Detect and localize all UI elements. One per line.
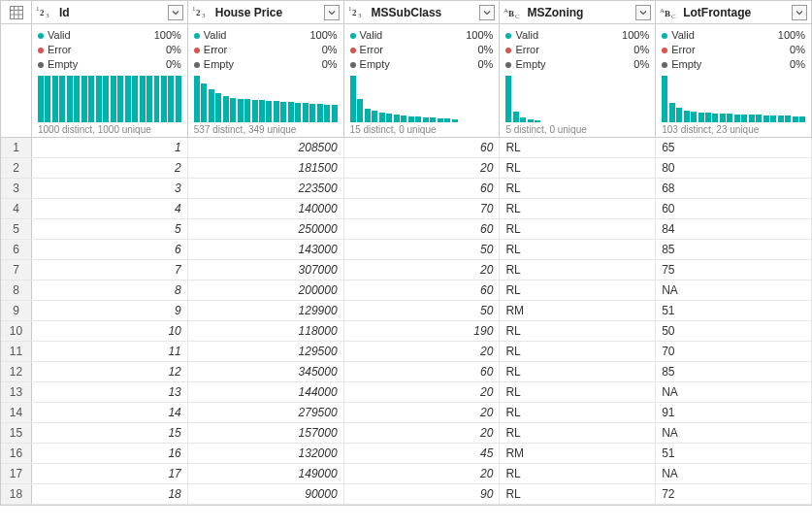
cell[interactable]: RM <box>500 301 656 320</box>
cell[interactable]: 157000 <box>188 423 344 443</box>
cell[interactable]: 250000 <box>188 219 344 239</box>
table-row[interactable]: 1120850060RL65 <box>1 138 812 158</box>
row-number[interactable]: 17 <box>1 464 32 483</box>
cell[interactable]: NA <box>656 280 812 300</box>
cell[interactable]: RL <box>500 484 656 504</box>
row-number[interactable]: 2 <box>1 158 32 178</box>
cell[interactable]: NA <box>656 382 812 402</box>
cell[interactable]: 90000 <box>188 484 344 504</box>
cell[interactable]: 60 <box>344 179 501 198</box>
cell[interactable]: 72 <box>656 484 812 504</box>
column-filter-button[interactable] <box>168 5 183 20</box>
cell[interactable]: 70 <box>656 342 812 361</box>
cell[interactable]: RL <box>500 138 656 157</box>
cell[interactable]: RL <box>500 321 656 341</box>
cell[interactable]: 13 <box>32 382 188 402</box>
cell[interactable]: 208500 <box>188 138 344 157</box>
cell[interactable]: RL <box>500 280 656 300</box>
cell[interactable]: 345000 <box>188 362 344 381</box>
cell[interactable]: 10 <box>32 321 188 341</box>
cell[interactable]: NA <box>656 423 812 443</box>
cell[interactable]: 118000 <box>188 321 344 341</box>
table-row[interactable]: 5525000060RL84 <box>1 219 812 240</box>
cell[interactable]: RL <box>500 464 656 483</box>
cell[interactable]: 7 <box>32 260 188 280</box>
table-row[interactable]: 6614300050RL85 <box>1 240 812 260</box>
cell[interactable]: 70 <box>344 199 501 218</box>
cell[interactable]: 80 <box>656 158 812 178</box>
cell[interactable]: RL <box>500 260 656 280</box>
cell[interactable]: 8 <box>32 280 188 300</box>
cell[interactable]: 60 <box>656 199 812 218</box>
cell[interactable]: 85 <box>656 240 812 259</box>
cell[interactable]: 190 <box>344 321 501 341</box>
table-row[interactable]: 7730700020RL75 <box>1 260 812 280</box>
cell[interactable]: 5 <box>32 219 188 239</box>
cell[interactable]: 60 <box>344 219 501 239</box>
column-header[interactable]: 123House Price <box>188 1 344 24</box>
cell[interactable]: 12 <box>32 362 188 381</box>
row-number[interactable]: 11 <box>1 342 32 361</box>
cell[interactable]: 65 <box>656 138 812 157</box>
column-filter-button[interactable] <box>792 5 807 20</box>
cell[interactable]: 84 <box>656 219 812 239</box>
cell[interactable]: 20 <box>344 464 501 483</box>
cell[interactable]: 51 <box>656 444 812 463</box>
table-row[interactable]: 171714900020RLNA <box>1 464 812 484</box>
cell[interactable]: 11 <box>32 342 188 361</box>
cell[interactable]: RL <box>500 219 656 239</box>
cell[interactable]: 85 <box>656 362 812 381</box>
select-all-corner[interactable] <box>1 1 32 24</box>
column-filter-button[interactable] <box>635 5 651 20</box>
cell[interactable]: 60 <box>344 280 501 300</box>
row-number[interactable]: 10 <box>1 321 32 341</box>
cell[interactable]: 143000 <box>188 240 344 259</box>
cell[interactable]: 129900 <box>188 301 344 320</box>
cell[interactable]: 51 <box>656 301 812 320</box>
cell[interactable]: 2 <box>32 158 188 178</box>
column-header[interactable]: ABCLotFrontage <box>656 1 812 24</box>
cell[interactable]: 60 <box>344 362 501 381</box>
row-number[interactable]: 3 <box>1 179 32 198</box>
column-filter-button[interactable] <box>479 5 495 20</box>
row-number[interactable]: 18 <box>1 484 32 504</box>
cell[interactable]: 6 <box>32 240 188 259</box>
cell[interactable]: RL <box>500 382 656 402</box>
cell[interactable]: 18 <box>32 484 188 504</box>
cell[interactable]: NA <box>656 464 812 483</box>
cell[interactable]: 20 <box>344 382 501 402</box>
row-number[interactable]: 9 <box>1 301 32 320</box>
table-row[interactable]: 18189000090RL72 <box>1 484 812 505</box>
cell[interactable]: 279500 <box>188 403 344 422</box>
cell[interactable]: 200000 <box>188 280 344 300</box>
row-number[interactable]: 1 <box>1 138 32 157</box>
cell[interactable]: RL <box>500 179 656 198</box>
table-row[interactable]: 121234500060RL85 <box>1 362 812 382</box>
cell[interactable]: 16 <box>32 444 188 463</box>
table-row[interactable]: 111112950020RL70 <box>1 342 812 362</box>
cell[interactable]: RL <box>500 158 656 178</box>
row-number[interactable]: 5 <box>1 219 32 239</box>
table-row[interactable]: 1010118000190RL50 <box>1 321 812 342</box>
cell[interactable]: 60 <box>344 138 501 157</box>
row-number[interactable]: 14 <box>1 403 32 422</box>
row-number[interactable]: 7 <box>1 260 32 280</box>
cell[interactable]: 75 <box>656 260 812 280</box>
cell[interactable]: 20 <box>344 403 501 422</box>
cell[interactable]: 50 <box>344 240 501 259</box>
table-row[interactable]: 151515700020RLNA <box>1 423 812 444</box>
cell[interactable]: RL <box>500 362 656 381</box>
cell[interactable]: 50 <box>656 321 812 341</box>
cell[interactable]: 3 <box>32 179 188 198</box>
cell[interactable]: 90 <box>344 484 501 504</box>
row-number[interactable]: 13 <box>1 382 32 402</box>
column-header[interactable]: 123Id <box>32 1 188 24</box>
cell[interactable]: 181500 <box>188 158 344 178</box>
column-filter-button[interactable] <box>324 5 340 20</box>
cell[interactable]: 223500 <box>188 179 344 198</box>
cell[interactable]: RM <box>500 444 656 463</box>
cell[interactable]: 14 <box>32 403 188 422</box>
cell[interactable]: 140000 <box>188 199 344 218</box>
cell[interactable]: 129500 <box>188 342 344 361</box>
cell[interactable]: 91 <box>656 403 812 422</box>
